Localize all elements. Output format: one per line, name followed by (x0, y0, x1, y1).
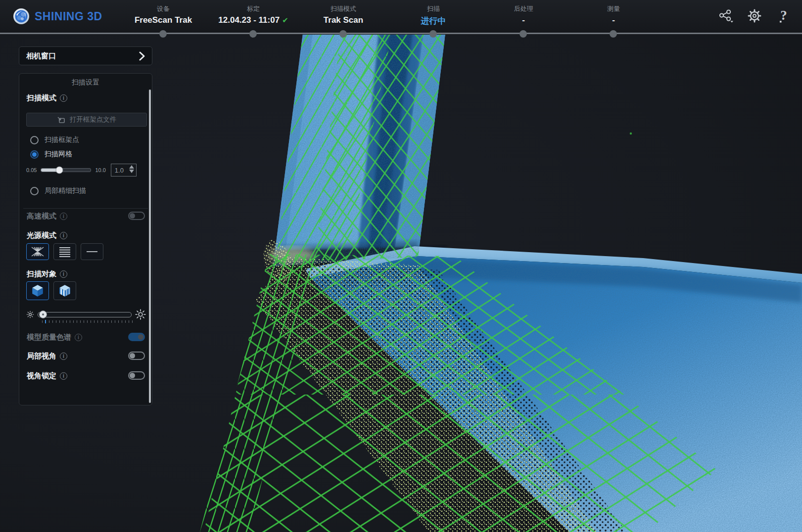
step-dot (610, 30, 617, 38)
local-view-label: 局部视角 i (27, 352, 67, 361)
light-mode-multiline-button[interactable] (53, 243, 76, 260)
chevron-right-icon[interactable] (139, 51, 145, 61)
scan-mode-label: 扫描模式 i (27, 93, 67, 103)
app-window: SHINING 3D 设备 FreeScan Trak 标定 12.04.23 … (0, 0, 802, 532)
striped-cube-icon (58, 284, 72, 298)
step-dot (339, 30, 347, 38)
view-lock-label: 视角锁定 i (27, 371, 67, 381)
brightness-high-icon (135, 309, 146, 320)
top-bar: SHINING 3D 设备 FreeScan Trak 标定 12.04.23 … (0, 0, 802, 35)
brightness-slider[interactable] (38, 312, 132, 317)
high-speed-label: 高速模式 i (27, 212, 67, 221)
step-dot (429, 30, 437, 38)
model-quality-toggle[interactable] (128, 333, 145, 341)
radio-scan-frame-points[interactable]: 扫描框架点 (30, 135, 79, 144)
panel-scrollbar[interactable] (149, 89, 151, 403)
panel-title: 扫描设置 (19, 74, 152, 87)
radio-scan-mesh[interactable]: 扫描网格 (30, 150, 72, 159)
scan-object-general-button[interactable] (26, 281, 49, 300)
workflow-progress-line (0, 33, 802, 34)
spinner-up-button[interactable] (129, 165, 134, 169)
svg-text:?: ? (780, 8, 787, 23)
brightness-row (26, 308, 146, 321)
brightness-slider-thumb[interactable] (39, 310, 47, 318)
info-icon[interactable]: i (60, 232, 67, 239)
resolution-slider[interactable] (41, 168, 91, 172)
shining3d-globe-icon (13, 8, 30, 25)
info-icon[interactable]: i (60, 372, 67, 380)
share-icon[interactable] (718, 8, 734, 24)
radio-circle[interactable] (30, 136, 39, 144)
resolution-slider-thumb[interactable] (56, 167, 63, 174)
step-dot (159, 30, 167, 38)
radio-circle[interactable] (30, 187, 39, 195)
light-mode-single-line-button[interactable] (81, 243, 103, 260)
camera-window-title: 相机窗口 (26, 51, 56, 61)
app-logo: SHINING 3D (13, 8, 102, 25)
resolution-spinner (129, 165, 134, 173)
step-dot (249, 30, 257, 38)
light-mode-crosshatch-button[interactable] (26, 243, 49, 260)
info-icon[interactable]: i (60, 213, 67, 220)
resolution-value-input[interactable] (111, 166, 130, 175)
camera-window-bar[interactable]: 相机窗口 (19, 46, 152, 65)
resolution-value-box (111, 164, 137, 177)
info-icon[interactable]: i (60, 270, 67, 278)
resolution-slider-row: 0.05 10.0 (26, 164, 146, 177)
section-divider (23, 208, 148, 209)
step-measure[interactable]: 测量 - (557, 4, 670, 25)
brightness-tick-marks (42, 320, 134, 323)
info-icon[interactable]: i (60, 353, 67, 360)
scan-object-reflective-button[interactable] (53, 281, 76, 300)
light-mode-label: 光源模式 i (27, 231, 67, 240)
parallel-lines-icon (58, 246, 71, 257)
resolution-min: 0.05 (26, 167, 37, 173)
spinner-down-button[interactable] (129, 170, 134, 173)
solid-cube-icon (31, 284, 45, 298)
info-icon[interactable]: i (60, 94, 67, 102)
logo-text: SHINING 3D (35, 10, 102, 23)
local-view-toggle[interactable] (128, 352, 145, 360)
brightness-active-tick (45, 320, 46, 323)
open-frame-file-button[interactable]: 打开框架点文件 (26, 113, 147, 127)
brightness-low-icon (26, 310, 34, 318)
model-quality-label: 模型质量色谱 i (27, 333, 82, 342)
help-icon[interactable]: ? (775, 8, 791, 24)
view-lock-toggle[interactable] (128, 371, 145, 380)
crosshatch-lines-icon (30, 246, 45, 257)
scan-settings-panel: 扫描设置 扫描模式 i 打开框架点文件 扫描框架点 扫描网格 0.05 (19, 73, 152, 405)
radio-local-fine-scan[interactable]: 局部精细扫描 (30, 186, 86, 195)
radio-circle-selected[interactable] (30, 150, 39, 159)
open-file-icon (57, 116, 65, 124)
high-speed-toggle[interactable] (128, 212, 145, 220)
single-line-icon (86, 246, 98, 257)
settings-gear-icon[interactable] (747, 8, 762, 24)
scan-object-label: 扫描对象 i (27, 269, 67, 279)
resolution-max: 10.0 (95, 167, 105, 173)
step-dot (519, 30, 527, 38)
info-icon[interactable]: i (75, 334, 82, 341)
